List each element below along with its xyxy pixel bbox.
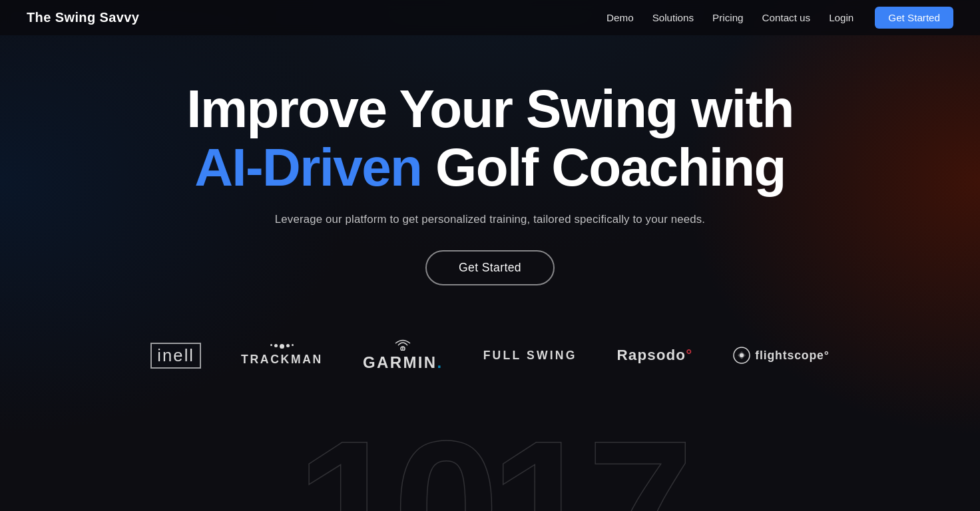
stat-digit-2: 0 <box>393 412 490 511</box>
logo-fullswing: FULL SWING <box>483 349 577 363</box>
nav-demo[interactable]: Demo <box>607 12 634 23</box>
nav-pricing[interactable]: Pricing <box>712 12 743 23</box>
nav-login[interactable]: Login <box>829 12 854 23</box>
nav-contact[interactable]: Contact us <box>762 12 811 23</box>
hero-subtitle: Leverage our platform to get personalize… <box>150 213 830 226</box>
stat-digit-1: 1 <box>296 412 393 511</box>
garmin-icon <box>393 339 413 351</box>
svg-point-3 <box>740 353 744 357</box>
stat-digit-3: 1 <box>490 412 587 511</box>
hero-section: Improve Your Swing with AI-Driven Golf C… <box>0 0 980 511</box>
hero-content: Improve Your Swing with AI-Driven Golf C… <box>124 80 856 285</box>
hero-get-started-button[interactable]: Get Started <box>425 250 555 285</box>
logo-garmin: GARMIN. <box>363 339 443 372</box>
nav-links: Demo Solutions Pricing Contact us Login <box>607 12 854 24</box>
hero-title: Improve Your Swing with AI-Driven Golf C… <box>150 80 830 197</box>
logo-trackman: TRACKMAN <box>241 344 323 367</box>
navigation: The Swing Savvy Demo Solutions Pricing C… <box>0 0 980 35</box>
stats-numbers: 1 0 1 7 <box>0 412 980 511</box>
site-logo: The Swing Savvy <box>27 10 139 25</box>
flightscope-icon <box>732 346 751 365</box>
partner-logos: inell TRACKMAN <box>0 339 980 372</box>
stat-digit-4: 7 <box>587 412 684 511</box>
hero-title-line1: Improve Your Swing with <box>150 80 830 138</box>
nav-get-started-button[interactable]: Get Started <box>875 7 953 29</box>
hero-ai-text: AI-Driven <box>194 138 421 197</box>
logo-inell: inell <box>150 343 201 369</box>
hero-title-line2: AI-Driven Golf Coaching <box>150 138 830 197</box>
hero-coaching-text: Golf Coaching <box>421 138 785 197</box>
logo-rapsodo: Rapsodo° <box>617 347 693 364</box>
nav-solutions[interactable]: Solutions <box>652 12 694 23</box>
logo-flightscope: flightscope° <box>732 346 829 365</box>
